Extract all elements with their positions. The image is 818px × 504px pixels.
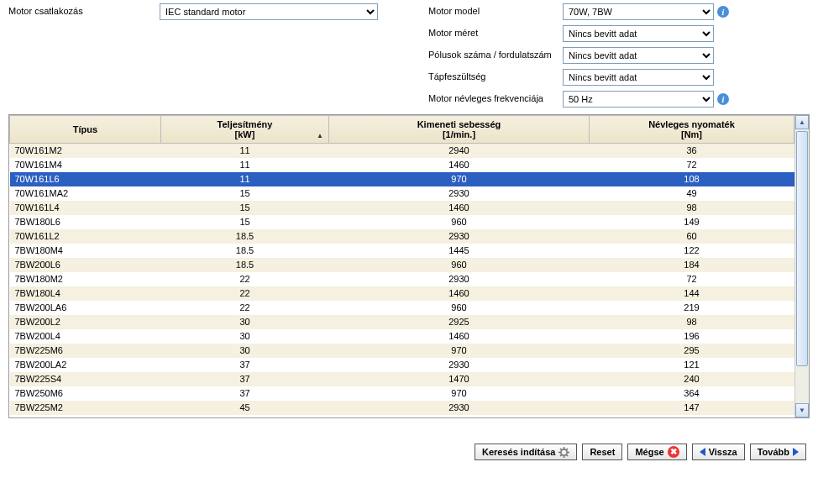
table-row[interactable]: 7BW200LA2372930121 xyxy=(10,358,794,372)
table-row[interactable]: 70W161M411146072 xyxy=(10,158,794,172)
table-cell: 7BW200L2 xyxy=(10,315,161,329)
table-cell: 196 xyxy=(590,329,794,344)
table-cell: 30 xyxy=(161,315,329,329)
table-cell: 18.5 xyxy=(161,258,329,272)
arrow-right-icon xyxy=(793,448,799,456)
table-cell: 7BW180L6 xyxy=(10,215,161,229)
table-row[interactable]: 7BW225S4371470240 xyxy=(10,372,794,386)
back-button[interactable]: Vissza xyxy=(692,444,745,460)
search-button[interactable]: Keresés indítása xyxy=(475,444,577,460)
table-cell: 7BW250M6 xyxy=(10,386,161,401)
cancel-button[interactable]: Mégse ✖ xyxy=(627,444,686,460)
table-cell: 18.5 xyxy=(161,229,329,244)
table-cell: 970 xyxy=(329,172,590,186)
table-row[interactable]: 7BW200L230292598 xyxy=(10,315,794,329)
col-header-nyomatek[interactable]: Névleges nyomaték[Nm] xyxy=(590,116,794,144)
table-cell: 7BW180M4 xyxy=(10,244,161,258)
table-row[interactable]: 70W161L611970108 xyxy=(10,172,794,186)
table-cell: 11 xyxy=(161,172,329,186)
select-motor-model[interactable]: 70W, 7BW xyxy=(563,3,714,20)
scroll-track[interactable] xyxy=(795,129,809,403)
table-cell: 15 xyxy=(161,201,329,215)
table-row[interactable]: 70W161M211294036 xyxy=(10,144,794,158)
table-cell: 2930 xyxy=(329,229,590,244)
table-row[interactable]: 70W161L415146098 xyxy=(10,201,794,215)
col-header-tipus[interactable]: Típus xyxy=(10,116,161,144)
table-row[interactable]: 7BW180M222293072 xyxy=(10,272,794,286)
table-cell: 960 xyxy=(329,301,590,315)
table-row[interactable]: 70W161MA215293049 xyxy=(10,186,794,201)
table-cell: 1460 xyxy=(329,158,590,172)
select-motor-meret[interactable]: Nincs bevitt adat xyxy=(563,25,714,42)
table-cell: 1460 xyxy=(329,201,590,215)
svg-line-7 xyxy=(560,454,562,456)
svg-line-6 xyxy=(567,454,569,456)
table-cell: 45 xyxy=(161,401,329,415)
table-cell: 11 xyxy=(161,144,329,158)
select-polusok[interactable]: Nincs bevitt adat xyxy=(563,47,714,64)
table-cell: 2930 xyxy=(329,401,590,415)
table-cell: 60 xyxy=(590,229,794,244)
table-cell: 2940 xyxy=(329,144,590,158)
table-cell: 295 xyxy=(590,344,794,358)
sort-asc-icon: ▲ xyxy=(317,132,323,139)
info-icon[interactable]: i xyxy=(717,93,729,105)
label-polusok: Pólusok száma / fordulatszám xyxy=(428,47,563,60)
table-row[interactable]: 7BW225M2452930147 xyxy=(10,401,794,415)
table-cell: 15 xyxy=(161,186,329,201)
scroll-thumb[interactable] xyxy=(796,131,808,366)
table-cell: 364 xyxy=(590,386,794,401)
gear-icon xyxy=(558,447,569,458)
table-cell: 49 xyxy=(590,186,794,201)
form-area: Motor csatlakozás IEC standard motor Mot… xyxy=(0,0,818,114)
table-cell: 18.5 xyxy=(161,244,329,258)
table-cell: 7BW225M2 xyxy=(10,401,161,415)
table-cell: 72 xyxy=(590,158,794,172)
table-cell: 11 xyxy=(161,158,329,172)
cancel-icon: ✖ xyxy=(668,446,679,458)
table-row[interactable]: 70W161L218.5293060 xyxy=(10,229,794,244)
table-scrollbar[interactable]: ▲ ▼ xyxy=(794,115,809,417)
scroll-up-icon[interactable]: ▲ xyxy=(795,115,809,129)
table-cell: 219 xyxy=(590,301,794,315)
label-frekvencia: Motor névleges frekvenciája xyxy=(428,91,563,103)
table-cell: 960 xyxy=(329,258,590,272)
select-tapfesz[interactable]: Nincs bevitt adat xyxy=(563,69,714,86)
table-row[interactable]: 7BW180M418.51445122 xyxy=(10,244,794,258)
svg-line-5 xyxy=(560,449,562,450)
info-icon[interactable]: i xyxy=(717,6,729,18)
table-cell: 7BW180M2 xyxy=(10,272,161,286)
next-button[interactable]: Tovább xyxy=(750,444,806,460)
table-cell: 240 xyxy=(590,372,794,386)
table-cell: 15 xyxy=(161,215,329,229)
table-row[interactable]: 7BW250M637970364 xyxy=(10,386,794,401)
table-cell: 37 xyxy=(161,386,329,401)
col-header-kimeneti[interactable]: Kimeneti sebesség[1/min.] xyxy=(329,116,590,144)
table-cell: 1470 xyxy=(329,372,590,386)
table-cell: 30 xyxy=(161,329,329,344)
table-cell: 30 xyxy=(161,344,329,358)
table-cell: 70W161L6 xyxy=(10,172,161,186)
select-frekvencia[interactable]: 50 Hz xyxy=(563,91,714,108)
table-cell: 147 xyxy=(590,401,794,415)
table-row[interactable]: 7BW180L4221460144 xyxy=(10,286,794,301)
svg-line-8 xyxy=(567,449,569,450)
table-row[interactable]: 7BW200L4301460196 xyxy=(10,329,794,344)
table-cell: 2930 xyxy=(329,272,590,286)
table-cell: 70W161MA2 xyxy=(10,186,161,201)
scroll-down-icon[interactable]: ▼ xyxy=(795,403,809,417)
table-cell: 970 xyxy=(329,386,590,401)
table-cell: 36 xyxy=(590,144,794,158)
arrow-left-icon xyxy=(700,448,705,456)
table-cell: 37 xyxy=(161,358,329,372)
col-header-teljesitmeny[interactable]: Teljesítmény[kW] ▲ xyxy=(161,116,329,144)
reset-button[interactable]: Reset xyxy=(582,444,622,460)
table-cell: 70W161L4 xyxy=(10,201,161,215)
table-row[interactable]: 7BW200L618.5960184 xyxy=(10,258,794,272)
table-row[interactable]: 7BW180L615960149 xyxy=(10,215,794,229)
table-cell: 22 xyxy=(161,272,329,286)
table-row[interactable]: 7BW225M630970295 xyxy=(10,344,794,358)
select-motor-csatlakozas[interactable]: IEC standard motor xyxy=(160,3,378,20)
table-row[interactable]: 7BW200LA622960219 xyxy=(10,301,794,315)
table-cell: 7BW180L4 xyxy=(10,286,161,301)
